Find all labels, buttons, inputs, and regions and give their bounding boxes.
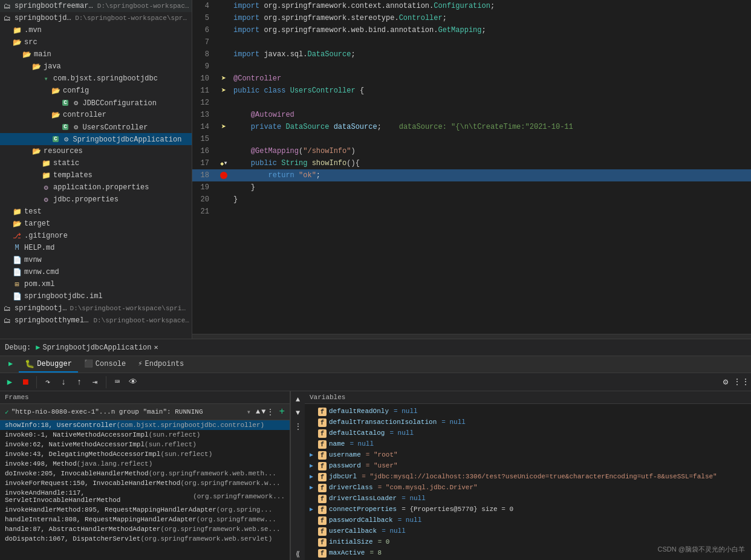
sidebar-item-mvnw[interactable]: 📄 mvnw bbox=[0, 254, 192, 266]
folder-icon: 📁 bbox=[41, 171, 51, 180]
sidebar-item-package[interactable]: ▾ com.bjsxt.springbootjdbc bbox=[0, 73, 192, 85]
debug-toolbar: ▶ ⏹ ↷ ↓ ↑ ⇥ ⌨ 👁 ⚙ ⋮⋮ bbox=[0, 373, 751, 391]
sidebar-item-templates[interactable]: 📁 templates bbox=[0, 169, 192, 181]
frame-item[interactable]: invokeForRequest:150, InvocableHandlerMe… bbox=[0, 478, 290, 488]
run-to-cursor-btn[interactable]: ⇥ bbox=[88, 375, 102, 389]
thread-selector[interactable]: ✓ "http-nio-8080-exec-1"...n group "main… bbox=[0, 404, 290, 420]
properties-icon: ⚙ bbox=[41, 195, 51, 204]
sidebar-item-springbootjdbc-app[interactable]: C ⚙ SpringbootjdbcApplication bbox=[0, 133, 192, 145]
settings-btn[interactable]: ⚙ bbox=[718, 375, 733, 389]
sidebar-item-config[interactable]: 📂 config bbox=[0, 85, 192, 97]
sidebar-item-pom-xml[interactable]: ⊞ pom.xml bbox=[0, 278, 192, 290]
tab-debugger[interactable]: 🐛 Debugger bbox=[19, 357, 78, 373]
sidebar-item-resources[interactable]: 📂 resources bbox=[0, 145, 192, 157]
frame-item[interactable]: invokeAndHandle:117, ServletInvocableHan… bbox=[0, 488, 290, 505]
frame-item[interactable]: showInfo:18, UsersController (com.bjsxt.… bbox=[0, 420, 290, 430]
code-line-14: 14 ➤ private DataSource dataSource; data… bbox=[192, 121, 751, 133]
top-area: 🗂 springbootfreemarker D:\springboot-wor… bbox=[0, 0, 751, 339]
add-icon[interactable]: + bbox=[279, 406, 285, 417]
step-out-btn[interactable]: ↑ bbox=[72, 375, 86, 389]
sidebar-item-src[interactable]: 📂 src bbox=[0, 36, 192, 48]
frame-item[interactable]: invoke:498, Method (java.lang.reflect) bbox=[0, 459, 290, 469]
tab-console[interactable]: ⬛ Console bbox=[78, 357, 132, 372]
resume-btn[interactable]: ▶ bbox=[2, 375, 17, 389]
frame-item[interactable]: handleInternal:808, RequestMappingHandle… bbox=[0, 515, 290, 524]
step-into-btn[interactable]: ↓ bbox=[56, 375, 71, 389]
sidebar-item-springbootjsp[interactable]: 🗂 springbootjsp D:\springboot-workspace\… bbox=[0, 302, 192, 314]
var-item-password[interactable]: ▶ f password = "user" bbox=[305, 461, 751, 472]
sidebar-item-springbootthymeleaf[interactable]: 🗂 springbootthymeleaf D:\springboot-work… bbox=[0, 314, 192, 327]
resume-icon: ▶ bbox=[8, 359, 13, 368]
code-line-12: 12 bbox=[192, 97, 751, 109]
frame-item[interactable]: invoke:62, NativeMethodAccessorImpl (sun… bbox=[0, 440, 290, 449]
debug-content-area: Frames ✓ "http-nio-8080-exec-1"...n grou… bbox=[0, 391, 751, 560]
frame-item[interactable]: invoke:43, DelegatingMethodAccessorImpl … bbox=[0, 449, 290, 459]
code-line-11: 11 ➤ public class UsersController { bbox=[192, 85, 751, 97]
code-line-20: 20 } bbox=[192, 194, 751, 206]
sidebar-item-springbootjdbc[interactable]: 🗂 springbootjdbc D:\springboot-workspace… bbox=[0, 12, 192, 24]
evaluate-btn[interactable]: ⌨ bbox=[110, 375, 125, 389]
var-field-icon: f bbox=[318, 495, 327, 503]
stop-btn[interactable]: ⏹ bbox=[18, 375, 33, 389]
sidebar-item-main[interactable]: 📂 main bbox=[0, 48, 192, 60]
sidebar-item-controller[interactable]: 📂 controller bbox=[0, 109, 192, 121]
breakpoint-icon bbox=[220, 172, 227, 179]
sidebar-item-userscontroller[interactable]: C ⚙ UsersController bbox=[0, 121, 192, 133]
tab-resume[interactable]: ▶ bbox=[2, 357, 19, 372]
sidebar-item-target[interactable]: 📂 target bbox=[0, 218, 192, 230]
watch-btn[interactable]: 👁 bbox=[126, 375, 140, 389]
toolbar-separator2 bbox=[106, 376, 106, 388]
frame-item[interactable]: handle:87, AbstractHandlerMethodAdapter … bbox=[0, 524, 290, 534]
md-icon: M bbox=[12, 243, 22, 253]
debug-fold-icon: ▾ bbox=[223, 157, 227, 169]
var-item-name: f name = null bbox=[305, 439, 751, 450]
step-over-btn[interactable]: ↷ bbox=[41, 375, 55, 389]
frame-item[interactable]: invoke0:-1, NativeMethodAccessorImpl (su… bbox=[0, 430, 290, 440]
folder-open-icon: 📂 bbox=[12, 219, 22, 229]
sidebar-item-jdbc-properties[interactable]: ⚙ jdbc.properties bbox=[0, 194, 192, 206]
frame-down-btn[interactable]: ▼ bbox=[292, 407, 304, 419]
frame-expand-btn[interactable]: ⟪ bbox=[292, 548, 304, 560]
frames-panel: Frames ✓ "http-nio-8080-exec-1"...n grou… bbox=[0, 391, 290, 560]
sidebar-item-iml[interactable]: 📄 springbootjdbc.iml bbox=[0, 290, 192, 302]
var-item-connectProperties[interactable]: ▶ f connectProperties = {Properties@5770… bbox=[305, 504, 751, 515]
sidebar-item-gitignore[interactable]: ⎇ .gitignore bbox=[0, 230, 192, 242]
filter-icon[interactable]: ⋮ bbox=[267, 408, 274, 417]
sidebar-item-jdbc-config[interactable]: C ⚙ JDBCConfiguration bbox=[0, 97, 192, 109]
frame-filter-btn[interactable]: ⋮ bbox=[292, 420, 304, 432]
sidebar-item-mvnw-cmd[interactable]: 📄 mvnw.cmd bbox=[0, 266, 192, 278]
var-item-username[interactable]: ▶ f username = "root" bbox=[305, 450, 751, 461]
down-icon[interactable]: ▼ bbox=[261, 408, 265, 417]
debug-app-name[interactable]: SpringbootjdbcApplication bbox=[42, 343, 151, 352]
code-line-4: 4 import org.springframework.context.ann… bbox=[192, 0, 751, 12]
package-icon: ▾ bbox=[41, 74, 51, 83]
sidebar-item-help-md[interactable]: M HELP.md bbox=[0, 242, 192, 254]
layout-btn[interactable]: ⋮⋮ bbox=[734, 375, 749, 389]
sidebar-item-app-properties[interactable]: ⚙ application.properties bbox=[0, 181, 192, 194]
up-icon[interactable]: ▲ bbox=[256, 408, 260, 417]
var-field-icon: f bbox=[318, 429, 327, 438]
frame-item[interactable]: doInvoke:205, InvocableHandlerMethod (or… bbox=[0, 469, 290, 478]
horizontal-scrollbar[interactable] bbox=[192, 334, 751, 339]
sidebar-item-mvn[interactable]: 📁 .mvn bbox=[0, 24, 192, 36]
var-item-driverClass[interactable]: ▶ f driverClass = "com.mysql.jdbc.Driver… bbox=[305, 483, 751, 493]
folder-open-icon: 📂 bbox=[51, 86, 60, 96]
class-icon: C bbox=[60, 98, 70, 108]
debug-label: Debug: bbox=[5, 343, 31, 352]
close-debug-tab-icon[interactable]: ✕ bbox=[154, 343, 158, 352]
frame-item[interactable]: invokeHandlerMethod:895, RequestMappingH… bbox=[0, 505, 290, 515]
folder-icon: 📁 bbox=[12, 207, 22, 217]
var-item-jdbcUrl[interactable]: ▶ f jdbcUrl = "jdbc:mysql://localhost:33… bbox=[305, 472, 751, 483]
code-line-9: 9 bbox=[192, 60, 751, 73]
sidebar-item-springbootfreemarker[interactable]: 🗂 springbootfreemarker D:\springboot-wor… bbox=[0, 0, 192, 12]
frames-label: Frames bbox=[5, 394, 29, 401]
sidebar-item-test[interactable]: 📁 test bbox=[0, 206, 192, 218]
class-icon: C bbox=[60, 122, 70, 132]
sidebar-item-static[interactable]: 📁 static bbox=[0, 157, 192, 169]
tab-endpoints[interactable]: ⚡ Endpoints bbox=[132, 357, 190, 372]
sidebar-item-java[interactable]: 📂 java bbox=[0, 60, 192, 73]
frame-item[interactable]: doDispatch:1067, DispatcherServlet (org.… bbox=[0, 534, 290, 544]
frame-up-btn[interactable]: ▲ bbox=[292, 394, 304, 406]
code-line-15: 15 bbox=[192, 133, 751, 145]
code-line-10: 10 ➤ @Controller bbox=[192, 73, 751, 85]
